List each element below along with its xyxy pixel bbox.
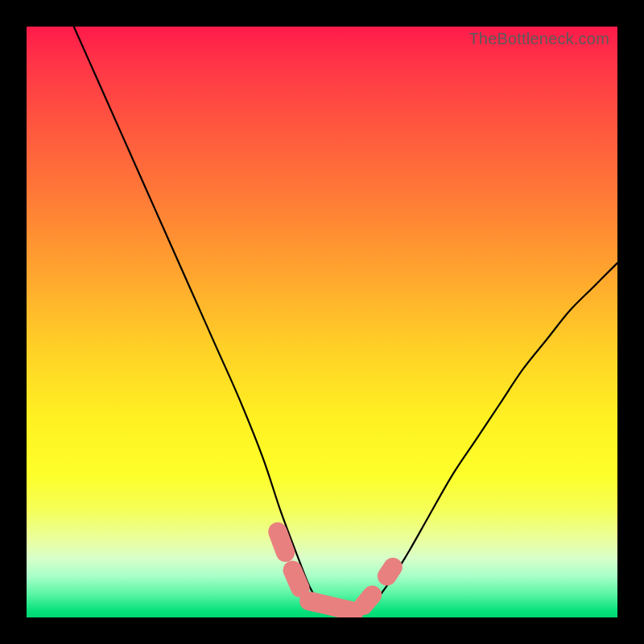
bead-segment	[387, 568, 393, 576]
bead-segment	[278, 532, 286, 553]
plot-area: TheBottleneck.com	[27, 27, 617, 617]
bead-segment	[292, 570, 300, 588]
curve-layer	[27, 27, 617, 617]
highlight-beads	[278, 532, 393, 612]
bottleneck-curve	[74, 27, 617, 612]
chart-frame: TheBottleneck.com	[0, 0, 644, 644]
bead-segment	[309, 601, 355, 611]
bead-segment	[363, 595, 372, 605]
